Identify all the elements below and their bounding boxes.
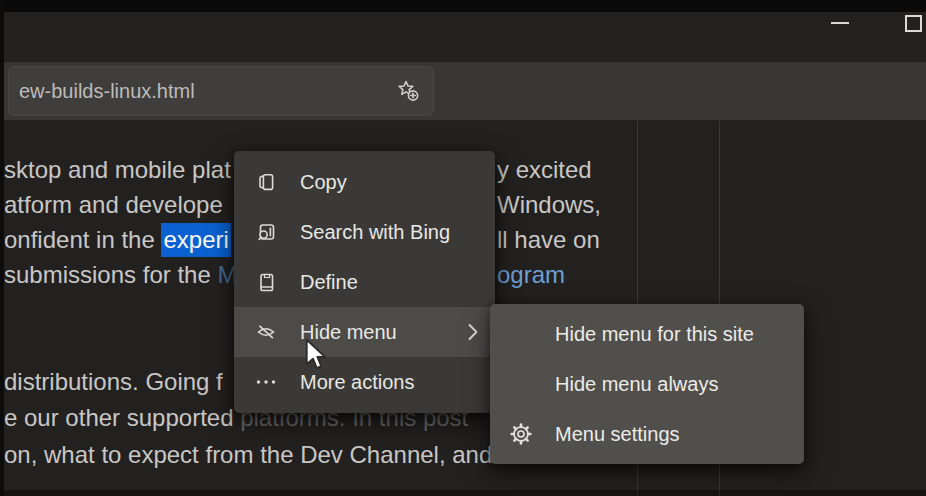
- submenu-item-label: Hide menu always: [555, 373, 804, 396]
- page-text: atform and develope: [4, 191, 223, 218]
- page-text-line: atform and develope: [4, 191, 223, 219]
- url-text[interactable]: ew-builds-linux.html: [19, 80, 393, 103]
- page-text: sktop and mobile plat: [4, 156, 231, 183]
- menu-item-label: Define: [300, 271, 495, 294]
- page-text-line: sktop and mobile plat: [4, 156, 231, 184]
- browser-toolbar: ew-builds-linux.html: [0, 62, 926, 120]
- menu-item-copy[interactable]: Copy: [234, 157, 495, 207]
- copy-icon: [251, 170, 281, 194]
- menu-item-label: Copy: [300, 171, 495, 194]
- menu-item-search-with-bing[interactable]: Search with Bing: [234, 207, 495, 257]
- page-text: Windows,: [497, 191, 601, 218]
- page-text: submissions for the: [4, 261, 217, 288]
- page-text: y excited: [497, 156, 592, 183]
- page-text-line: Windows,: [497, 191, 601, 219]
- browser-window: sktop and mobile plat y excited atform a…: [0, 0, 926, 496]
- page-text-line: submissions for the M: [4, 261, 237, 289]
- submenu-item-menu-settings[interactable]: Menu settings: [490, 409, 804, 459]
- page-text-line: distributions. Going f: [4, 368, 223, 396]
- menu-item-more-actions[interactable]: More actions: [234, 357, 495, 407]
- menu-item-hide-menu[interactable]: Hide menu: [234, 307, 495, 357]
- page-text: on, what to expect from the Dev Channel,…: [4, 441, 492, 468]
- page-text: ll have on: [497, 226, 600, 253]
- page-text-line: ogram: [497, 261, 565, 289]
- selected-text: experi: [161, 223, 230, 257]
- book-icon: [251, 270, 281, 295]
- page-text-line: ll have on: [497, 226, 600, 254]
- page-text-line: on, what to expect from the Dev Channel,…: [4, 441, 492, 469]
- submenu-item-label: Hide menu for this site: [555, 323, 804, 346]
- hide-menu-submenu: Hide menu for this site Hide menu always: [490, 304, 804, 464]
- page-text: e our other supported: [4, 404, 240, 431]
- minimize-button[interactable]: [831, 22, 849, 24]
- submenu-item-hide-menu-always[interactable]: Hide menu always: [490, 359, 804, 409]
- menu-item-label: Search with Bing: [300, 221, 495, 244]
- page-text-line: onfident in the experi: [4, 226, 231, 254]
- submenu-item-label: Menu settings: [555, 423, 804, 446]
- add-favorite-icon[interactable]: [393, 77, 423, 105]
- page-text-line: y excited: [497, 156, 592, 184]
- page-text: distributions. Going f: [4, 368, 223, 395]
- address-bar[interactable]: ew-builds-linux.html: [8, 66, 434, 116]
- page-text: onfident in the: [4, 226, 161, 253]
- window-top-edge: [0, 0, 926, 12]
- menu-item-label: More actions: [300, 371, 495, 394]
- menu-item-define[interactable]: Define: [234, 257, 495, 307]
- gear-icon: [506, 420, 536, 448]
- ellipsis-icon: [251, 370, 281, 394]
- chevron-right-icon: [467, 322, 479, 342]
- submenu-item-hide-menu-for-this-site[interactable]: Hide menu for this site: [490, 309, 804, 359]
- bottom-shade: [0, 490, 926, 496]
- search-icon: [251, 220, 281, 245]
- eye-off-icon: [251, 319, 281, 345]
- titlebar: [0, 12, 926, 62]
- maximize-button[interactable]: [905, 15, 922, 32]
- page-link[interactable]: ogram: [497, 261, 565, 288]
- mouse-cursor: [303, 339, 329, 371]
- window-left-edge: [0, 0, 4, 496]
- mini-context-menu: Copy Search with Bing Def: [234, 151, 495, 413]
